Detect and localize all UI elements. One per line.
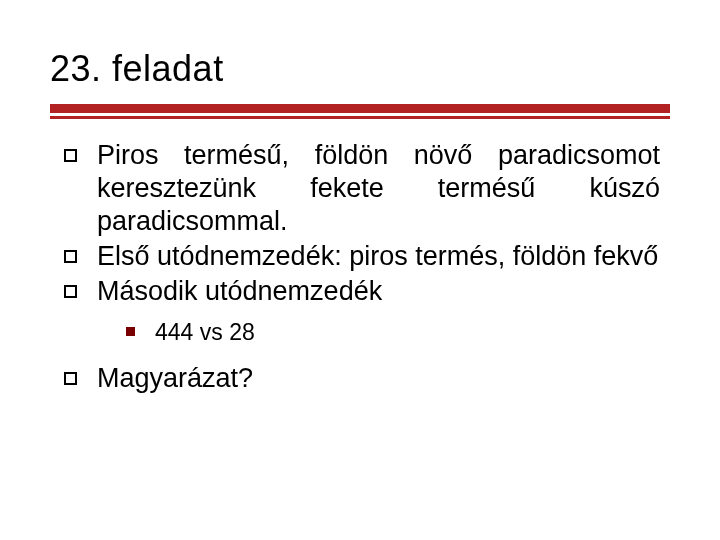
bullet-text: Magyarázat? <box>97 362 660 395</box>
list-item: Piros termésű, földön növő paradicsomot … <box>64 139 660 238</box>
bullet-text: Első utódnemzedék: piros termés, földön … <box>97 240 660 273</box>
square-outline-icon <box>64 250 77 263</box>
rule-thin <box>50 116 670 119</box>
slide-title: 23. feladat <box>50 48 670 90</box>
content-area: Piros termésű, földön növő paradicsomot … <box>50 139 670 395</box>
subbullet-text: 444 vs 28 <box>155 318 255 347</box>
square-outline-icon <box>64 149 77 162</box>
bullet-text: Második utódnemzedék <box>97 275 660 308</box>
list-subitem: 444 vs 28 <box>126 318 660 347</box>
list-item: Magyarázat? <box>64 362 660 395</box>
square-outline-icon <box>64 285 77 298</box>
list-item: Első utódnemzedék: piros termés, földön … <box>64 240 660 273</box>
title-underline <box>50 104 670 119</box>
slide: 23. feladat Piros termésű, földön növő p… <box>0 0 720 540</box>
rule-thick <box>50 104 670 113</box>
square-filled-icon <box>126 327 135 336</box>
square-outline-icon <box>64 372 77 385</box>
bullet-text: Piros termésű, földön növő paradicsomot … <box>97 139 660 238</box>
list-item: Második utódnemzedék <box>64 275 660 308</box>
